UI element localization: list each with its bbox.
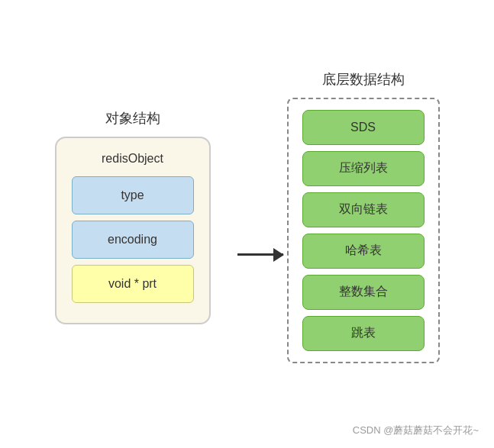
diagram-wrapper: 对象结构 redisObject type encoding void * pr… xyxy=(15,70,479,363)
footer: CSDN @蘑菇蘑菇不会开花~ xyxy=(353,424,479,437)
data-box-skip-list: 跳表 xyxy=(302,316,425,351)
left-section: 对象结构 redisObject type encoding void * pr… xyxy=(55,109,211,324)
data-box-int-set: 整数集合 xyxy=(302,275,425,310)
right-dashed-box: SDS 压缩列表 双向链表 哈希表 整数集合 跳表 xyxy=(287,98,440,363)
data-box-doubly-linked: 双向链表 xyxy=(302,192,425,227)
redis-object-label: redisObject xyxy=(102,152,163,166)
left-title: 对象结构 xyxy=(105,109,160,127)
data-box-hash-table: 哈希表 xyxy=(302,234,425,269)
right-title: 底层数据结构 xyxy=(322,70,405,89)
field-type: type xyxy=(72,176,194,214)
field-encoding: encoding xyxy=(72,221,194,259)
arrow-line xyxy=(237,253,283,256)
data-box-compressed-list: 压缩列表 xyxy=(302,151,425,186)
arrow-wrapper xyxy=(237,253,283,256)
main-container: 对象结构 redisObject type encoding void * pr… xyxy=(0,0,494,448)
data-box-sds: SDS xyxy=(302,110,425,145)
field-void-prt: void * prt xyxy=(72,265,194,303)
redis-object-box: redisObject type encoding void * prt xyxy=(55,137,211,324)
right-section: 底层数据结构 SDS 压缩列表 双向链表 哈希表 整数集合 跳表 xyxy=(287,70,440,363)
